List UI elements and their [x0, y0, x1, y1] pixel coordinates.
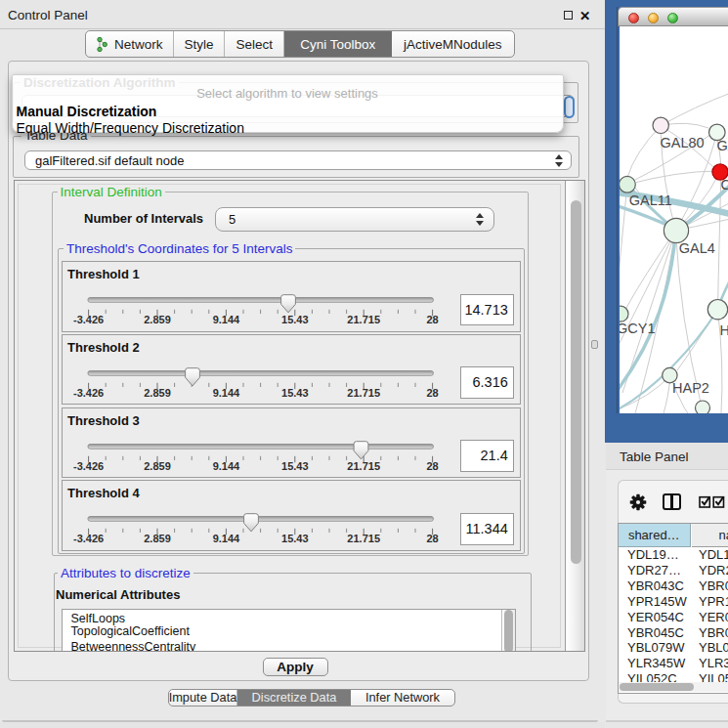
svg-text:28: 28 — [426, 459, 438, 471]
svg-text:9.144: 9.144 — [213, 314, 240, 325]
svg-text:9.144: 9.144 — [213, 533, 240, 544]
svg-text:21.715: 21.715 — [347, 387, 380, 399]
svg-text:15.43: 15.43 — [281, 314, 309, 325]
svg-text:GAL11: GAL11 — [628, 193, 671, 208]
svg-text:GAL80: GAL80 — [660, 135, 704, 150]
svg-text:-3.426: -3.426 — [73, 533, 104, 544]
svg-text:28: 28 — [426, 387, 438, 399]
svg-text:15.43: 15.43 — [281, 459, 309, 471]
svg-text:2.859: 2.859 — [144, 314, 171, 325]
svg-text:2.859: 2.859 — [144, 459, 171, 471]
svg-text:28: 28 — [426, 533, 438, 544]
svg-text:GCY1: GCY1 — [620, 321, 656, 336]
svg-text:GAL4: GAL4 — [678, 240, 714, 256]
svg-text:-3.426: -3.426 — [73, 459, 104, 471]
svg-text:9.144: 9.144 — [213, 387, 240, 399]
svg-text:-3.426: -3.426 — [73, 314, 104, 325]
svg-text:15.43: 15.43 — [281, 533, 309, 544]
svg-text:2.859: 2.859 — [144, 533, 171, 544]
svg-text:GA: GA — [716, 138, 728, 153]
svg-text:21.715: 21.715 — [347, 533, 380, 544]
svg-text:28: 28 — [426, 314, 438, 325]
svg-text:2.859: 2.859 — [144, 387, 171, 399]
svg-text:H: H — [719, 322, 728, 338]
svg-text:HAP2: HAP2 — [672, 380, 709, 396]
svg-text:-3.426: -3.426 — [73, 387, 104, 399]
svg-text:C: C — [720, 177, 728, 193]
svg-text:21.715: 21.715 — [347, 314, 380, 325]
svg-text:9.144: 9.144 — [213, 459, 240, 471]
svg-text:21.715: 21.715 — [347, 459, 380, 471]
svg-text:15.43: 15.43 — [281, 387, 309, 399]
